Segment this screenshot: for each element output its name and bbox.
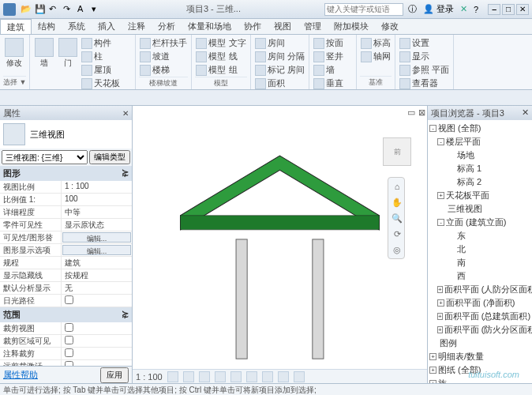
ribbon-tab-5[interactable]: 分析 [152,19,182,34]
property-checkbox[interactable] [65,348,73,357]
tree-twisty-icon[interactable]: - [437,219,444,226]
qat-more-icon[interactable]: ▾ [92,4,103,15]
property-value[interactable] [62,335,132,347]
tree-node[interactable]: 南 [429,256,530,269]
property-value[interactable]: 100 [62,194,132,205]
property-value[interactable]: 编辑... [62,232,131,243]
view-close-icon[interactable]: ⊠ [418,107,425,117]
tree-node[interactable]: 北 [429,243,530,256]
ribbon-small-button[interactable]: 标高 [360,36,392,50]
ribbon-tab-2[interactable]: 系统 [62,19,92,34]
edit-type-button[interactable]: 编辑类型 [89,150,130,164]
ribbon-small-button[interactable]: 模型 组 [195,63,246,77]
minimize-button[interactable]: ‒ [488,4,500,15]
browser-close-icon[interactable]: ✕ [522,107,529,118]
property-value[interactable] [62,295,132,307]
properties-help-link[interactable]: 属性帮助 [3,369,38,381]
ribbon-small-button[interactable]: 天花板 [81,77,132,90]
help-search-input[interactable] [324,3,403,16]
qat-open-icon[interactable]: 📂 [21,4,32,15]
maximize-button[interactable]: □ [502,4,515,15]
property-checkbox[interactable] [65,336,73,344]
tree-node[interactable]: 标高 1 [429,162,530,175]
hide-isolate-icon[interactable] [278,371,289,382]
instance-selector[interactable]: 三维视图: {三维} [2,150,88,164]
ribbon-small-button[interactable]: 模型 文字 [195,36,246,50]
ribbon-tab-11[interactable]: 修改 [375,19,405,34]
view-restore-icon[interactable]: ▭ [407,107,415,117]
property-checkbox[interactable] [65,323,73,332]
nav-wheel-icon[interactable]: ◎ [390,243,404,257]
tree-twisty-icon[interactable]: - [429,125,436,132]
tree-node[interactable]: 三维视图 [429,202,530,216]
tree-node[interactable]: +图纸 (全部) [429,363,530,377]
visual-style-icon[interactable] [183,371,194,382]
ribbon-tab-7[interactable]: 协作 [238,19,268,34]
tree-node[interactable]: +面积平面 (防火分区面积) [429,323,530,337]
property-group-header[interactable]: 范围⋩ [0,307,132,322]
shadows-icon[interactable] [215,371,226,382]
tree-node[interactable]: +天花板平面 [429,189,530,202]
qat-redo-icon[interactable]: ↷ [63,4,74,15]
ribbon-small-button[interactable]: 垂直 [313,77,353,90]
scale-label[interactable]: 1 : 100 [136,372,163,382]
tree-node[interactable]: -立面 (建筑立面) [429,216,530,229]
nav-zoom-icon[interactable]: 🔍 [390,211,404,225]
reveal-hidden-icon[interactable] [294,371,305,382]
tree-twisty-icon[interactable]: + [437,326,443,333]
tree-node[interactable]: -楼层平面 [429,135,530,149]
tree-node[interactable]: +面积平面 (净面积) [429,296,530,310]
view-cube[interactable]: 前 [383,137,411,166]
ribbon-small-button[interactable]: 面积 [254,77,305,90]
tree-twisty-icon[interactable]: + [429,367,436,374]
ribbon-small-button[interactable]: 楼梯 [139,63,188,77]
login-link[interactable]: 👤 登录 [423,3,454,15]
nav-orbit-icon[interactable]: ⟳ [390,227,404,241]
ribbon-small-button[interactable]: 轴网 [360,50,392,63]
tree-node[interactable]: +族 [429,377,530,383]
ribbon-small-button[interactable]: 模型 线 [195,50,246,63]
tree-node[interactable]: 西 [429,269,530,283]
crop-icon[interactable] [246,371,257,382]
ribbon-small-button[interactable]: 栏杆扶手 [139,36,188,50]
property-value[interactable]: 编辑... [62,245,131,255]
sun-path-icon[interactable] [199,371,210,382]
ribbon-small-button[interactable]: 构件 [81,36,132,50]
property-value[interactable]: 1 : 100 [62,181,132,193]
ribbon-button[interactable]: 门 [57,36,79,90]
property-value[interactable] [62,348,132,359]
qat-undo-icon[interactable]: ↶ [49,4,60,15]
property-group-header[interactable]: 图形⋩ [0,166,132,181]
ribbon-small-button[interactable]: 竖井 [313,50,353,63]
ribbon-tab-9[interactable]: 管理 [298,19,328,34]
property-checkbox[interactable] [65,295,73,304]
type-selector[interactable]: 三维视图 [0,120,132,149]
tree-twisty-icon[interactable]: + [429,353,436,360]
ribbon-small-button[interactable]: 房间 [254,36,305,50]
ribbon-small-button[interactable]: 坡道 [139,50,188,63]
tree-node[interactable]: 东 [429,229,530,243]
ribbon-small-button[interactable]: 房间 分隔 [254,50,305,63]
ribbon-small-button[interactable]: 标记 房间 [254,63,305,77]
tree-node[interactable]: 标高 2 [429,175,530,189]
ribbon-tab-1[interactable]: 结构 [32,19,62,34]
nav-pan-icon[interactable]: ✋ [390,195,404,209]
ribbon-button[interactable]: 墙 [33,36,55,90]
apply-button[interactable]: 应用 [100,367,129,383]
tree-node[interactable]: -视图 (全部) [429,122,530,135]
ribbon-small-button[interactable]: 查看器 [399,77,450,90]
tree-node[interactable]: +面积平面 (人防分区面积) [429,283,530,296]
tree-twisty-icon[interactable]: + [429,380,436,383]
qat-print-icon[interactable]: A [77,4,88,15]
help-icon[interactable]: ? [474,5,478,14]
tree-node[interactable]: 图例 [429,337,530,350]
render-icon[interactable] [230,371,242,382]
property-value[interactable]: 无 [62,282,132,294]
ribbon-tab-0[interactable]: 建筑 [0,19,32,34]
detail-level-icon[interactable] [167,371,178,382]
property-value[interactable]: 中等 [62,206,132,218]
tree-twisty-icon[interactable]: - [437,138,444,145]
property-value[interactable]: 显示原状态 [62,219,132,231]
property-value[interactable] [62,322,132,334]
tree-twisty-icon[interactable]: + [437,192,444,199]
